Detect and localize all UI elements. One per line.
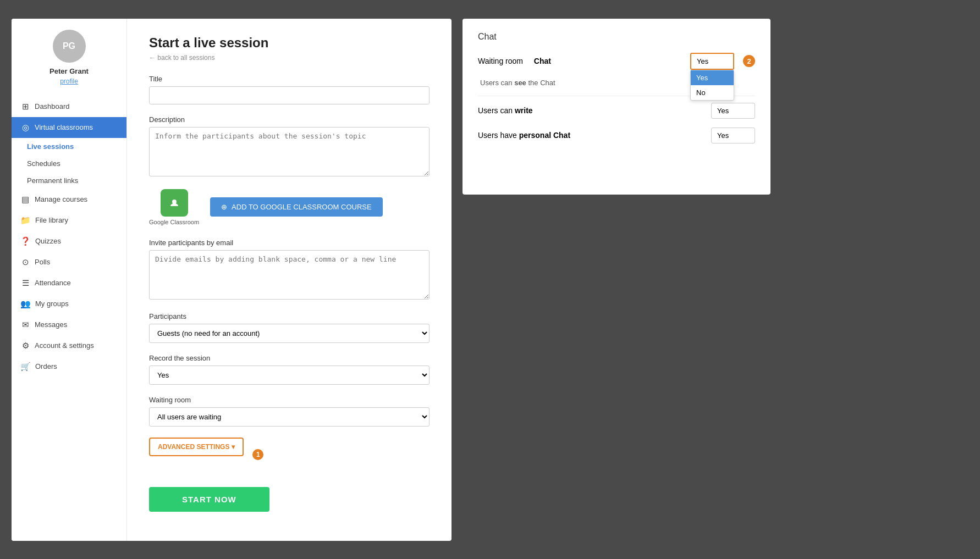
invite-textarea[interactable] xyxy=(149,250,430,300)
advanced-settings-badge: 1 xyxy=(252,449,263,460)
google-classroom-row: Google Classroom ⊕ ADD TO GOOGLE CLASSRO… xyxy=(149,189,430,225)
users-can-write-select-wrapper: Yes No xyxy=(711,103,755,119)
waiting-room-chat-bold: Chat xyxy=(534,57,551,65)
profile-link[interactable]: profile xyxy=(60,78,78,85)
sidebar-item-file-library[interactable]: 📁 File library xyxy=(12,210,126,231)
sidebar-item-polls[interactable]: ⊙ Polls xyxy=(12,252,126,273)
sidebar-item-my-groups[interactable]: 👥 My groups xyxy=(12,294,126,314)
sidebar-label-virtual-classrooms: Virtual classrooms xyxy=(35,123,93,131)
polls-icon: ⊙ xyxy=(20,257,30,267)
account-settings-icon: ⚙ xyxy=(20,341,30,351)
waiting-room-chat-select-wrapper: Yes No Yes No xyxy=(690,53,734,70)
messages-icon: ✉ xyxy=(20,320,30,330)
participants-group: Participants Guests (no need for an acco… xyxy=(149,312,430,343)
sidebar-item-virtual-classrooms[interactable]: ◎ Virtual classrooms xyxy=(12,117,126,138)
add-google-icon: ⊕ xyxy=(221,203,227,211)
avatar: PG xyxy=(53,30,86,63)
sidebar-item-manage-courses[interactable]: ▤ Manage courses xyxy=(12,189,126,210)
advanced-settings-button[interactable]: ADVANCED SETTINGS ▾ xyxy=(149,438,244,456)
back-link[interactable]: back to all sessions xyxy=(149,54,430,62)
sidebar-label-dashboard: Dashboard xyxy=(35,102,70,110)
file-library-icon: 📁 xyxy=(20,215,31,225)
description-group: Description xyxy=(149,115,430,178)
chat-badge-2: 2 xyxy=(743,55,755,67)
sidebar-label-attendance: Attendance xyxy=(35,279,71,287)
manage-courses-icon: ▤ xyxy=(20,195,30,204)
title-group: Title xyxy=(149,75,430,104)
see-bold: see xyxy=(514,79,526,87)
sidebar-item-messages[interactable]: ✉ Messages xyxy=(12,314,126,335)
sidebar-label-live-sessions: Live sessions xyxy=(27,142,74,151)
personal-chat-select[interactable]: Yes No xyxy=(711,128,755,143)
description-textarea[interactable] xyxy=(149,127,430,176)
record-select[interactable]: Yes No xyxy=(149,366,430,385)
sidebar-item-account-settings[interactable]: ⚙ Account & settings xyxy=(12,335,126,356)
google-classroom-icon-box: Google Classroom xyxy=(149,189,199,225)
personal-chat-row: Users have personal Chat Yes No xyxy=(478,128,755,143)
sidebar-label-schedules: Schedules xyxy=(27,159,60,168)
invite-group: Invite participants by email xyxy=(149,239,430,301)
google-classroom-icon xyxy=(161,189,188,217)
write-bold: write xyxy=(515,106,533,115)
user-name: Peter Grant xyxy=(49,67,89,75)
sidebar-item-live-sessions[interactable]: Live sessions xyxy=(12,138,126,155)
sidebar-item-schedules[interactable]: Schedules xyxy=(12,155,126,172)
waiting-room-chat-row: Waiting room Chat Yes No Yes No 2 xyxy=(478,53,755,70)
sidebar-label-permanent-links: Permanent links xyxy=(27,176,78,185)
add-google-classroom-button[interactable]: ⊕ ADD TO GOOGLE CLASSROOM COURSE xyxy=(210,197,383,217)
users-can-write-row: Users can write Yes No xyxy=(478,103,755,119)
my-groups-icon: 👥 xyxy=(20,299,31,309)
personal-chat-select-wrapper: Yes No xyxy=(711,128,755,143)
start-now-button[interactable]: START NOW xyxy=(149,487,269,512)
sidebar-label-manage-courses: Manage courses xyxy=(35,195,87,203)
users-can-write-label: Users can write xyxy=(478,106,533,115)
left-panel: PG Peter Grant profile ⊞ Dashboard ◎ Vir… xyxy=(12,19,452,541)
sidebar-item-permanent-links[interactable]: Permanent links xyxy=(12,172,126,189)
waiting-room-chat-label: Waiting room xyxy=(478,57,523,65)
sidebar-item-quizzes[interactable]: ❓ Quizzes xyxy=(12,231,126,252)
title-input[interactable] xyxy=(149,86,430,104)
sidebar-label-my-groups: My groups xyxy=(35,300,69,308)
participants-select[interactable]: Guests (no need for an account) Register… xyxy=(149,324,430,343)
virtual-classrooms-icon: ◎ xyxy=(20,123,30,132)
dropdown-option-no[interactable]: No xyxy=(691,85,734,100)
page-title: Start a live session xyxy=(149,35,430,51)
sidebar-label-messages: Messages xyxy=(35,320,67,329)
sidebar: PG Peter Grant profile ⊞ Dashboard ◎ Vir… xyxy=(12,19,127,541)
attendance-icon: ☰ xyxy=(20,278,30,288)
dropdown-option-yes[interactable]: Yes xyxy=(691,70,734,85)
sidebar-label-quizzes: Quizzes xyxy=(35,237,61,245)
waiting-room-chat-select[interactable]: Yes No xyxy=(690,53,734,70)
sidebar-label-account-settings: Account & settings xyxy=(35,341,94,350)
add-google-label: ADD TO GOOGLE CLASSROOM COURSE xyxy=(232,203,372,211)
description-label: Description xyxy=(149,115,430,124)
sidebar-label-file-library: File library xyxy=(35,216,68,224)
quizzes-icon: ❓ xyxy=(20,236,31,246)
personal-chat-label: Users have personal Chat xyxy=(478,131,570,140)
sidebar-nav: ⊞ Dashboard ◎ Virtual classrooms Live se… xyxy=(12,96,126,377)
record-group: Record the session Yes No xyxy=(149,354,430,385)
waiting-room-chat-label-group: Waiting room Chat xyxy=(478,57,551,65)
waiting-room-select[interactable]: All users are waiting No waiting room xyxy=(149,407,430,427)
personal-chat-bold: personal Chat xyxy=(519,131,570,140)
waiting-room-group: Waiting room All users are waiting No wa… xyxy=(149,396,430,427)
sidebar-label-orders: Orders xyxy=(35,362,57,370)
advanced-settings-label: ADVANCED SETTINGS xyxy=(158,443,229,451)
participants-label: Participants xyxy=(149,312,430,320)
waiting-room-chat-dropdown: Yes No xyxy=(690,70,734,101)
right-panel: Chat Waiting room Chat Yes No Yes No xyxy=(463,19,770,195)
title-label: Title xyxy=(149,75,430,83)
waiting-room-label: Waiting room xyxy=(149,396,430,404)
chevron-down-icon: ▾ xyxy=(232,443,235,451)
sidebar-item-attendance[interactable]: ☰ Attendance xyxy=(12,273,126,294)
record-label: Record the session xyxy=(149,354,430,362)
orders-icon: 🛒 xyxy=(20,362,31,372)
waiting-room-chat-controls: Yes No Yes No 2 xyxy=(690,53,755,70)
main-content: Start a live session back to all session… xyxy=(127,19,452,541)
chat-panel-title: Chat xyxy=(478,32,755,42)
sidebar-item-orders[interactable]: 🛒 Orders xyxy=(12,356,126,377)
sidebar-label-polls: Polls xyxy=(35,258,50,266)
sidebar-item-dashboard[interactable]: ⊞ Dashboard xyxy=(12,96,126,117)
users-can-write-select[interactable]: Yes No xyxy=(711,103,755,119)
google-classroom-label: Google Classroom xyxy=(149,219,199,225)
